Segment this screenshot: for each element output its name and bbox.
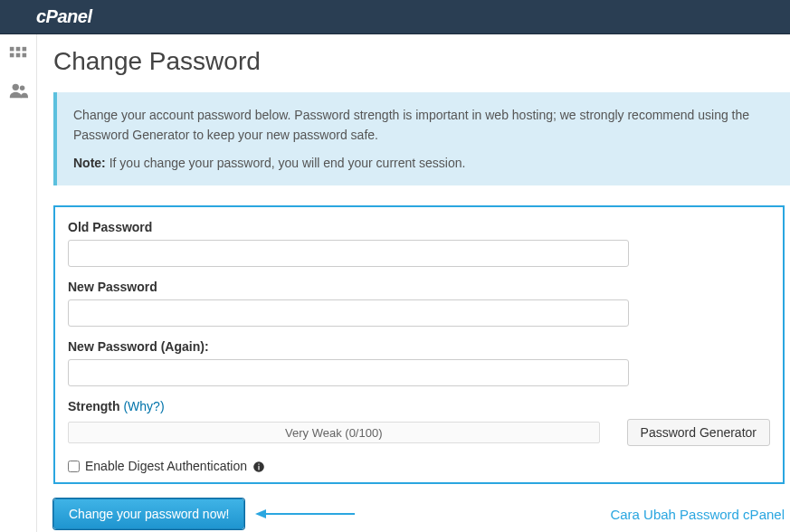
old-password-label: Old Password	[68, 220, 770, 234]
strength-meter: Very Weak (0/100)	[68, 422, 600, 443]
main-wrap: Change Password Change your account pass…	[0, 34, 790, 532]
note-text: If you change your password, you will en…	[109, 156, 466, 170]
svg-rect-10	[258, 464, 259, 465]
svg-point-6	[13, 84, 19, 90]
svg-rect-3	[10, 53, 14, 58]
svg-rect-2	[23, 47, 27, 52]
info-note: Note: If you change your password, you w…	[73, 153, 774, 173]
svg-marker-12	[255, 509, 266, 518]
new-password-again-block: New Password (Again):	[68, 339, 770, 386]
new-password-input[interactable]	[68, 299, 629, 327]
info-box: Change your account password below. Pass…	[53, 92, 790, 185]
brand-logo: cPanel	[36, 6, 91, 27]
caption-link[interactable]: Cara Ubah Password cPanel	[610, 507, 785, 522]
content: Change Password Change your account pass…	[36, 34, 790, 532]
svg-point-7	[20, 86, 25, 91]
digest-row: Enable Digest Authentication	[68, 459, 770, 473]
strength-block: Strength (Why?) Very Weak (0/100) Passwo…	[68, 399, 770, 446]
old-password-block: Old Password	[68, 220, 770, 267]
side-nav	[0, 34, 36, 532]
topbar: cPanel	[0, 0, 790, 34]
footer-row: Change your password now! Cara Ubah Pass…	[53, 499, 790, 529]
svg-rect-1	[16, 47, 21, 52]
password-generator-button[interactable]: Password Generator	[627, 419, 770, 446]
info-intro: Change your account password below. Pass…	[73, 105, 774, 146]
info-icon[interactable]	[252, 459, 265, 473]
svg-rect-9	[258, 466, 259, 470]
users-icon[interactable]	[0, 81, 36, 103]
digest-checkbox[interactable]	[68, 461, 80, 472]
submit-button[interactable]: Change your password now!	[53, 499, 244, 529]
arrow-annotation-icon	[255, 508, 355, 520]
svg-rect-4	[16, 53, 21, 58]
new-password-label: New Password	[68, 280, 770, 294]
new-password-again-label: New Password (Again):	[68, 339, 770, 354]
new-password-again-input[interactable]	[68, 359, 629, 386]
svg-rect-5	[23, 53, 27, 58]
strength-row: Very Weak (0/100) Password Generator	[68, 419, 770, 446]
svg-rect-0	[10, 47, 14, 52]
digest-label: Enable Digest Authentication	[85, 459, 247, 473]
strength-label-text: Strength	[68, 399, 120, 413]
form-highlight: Old Password New Password New Password (…	[53, 205, 785, 484]
page-title: Change Password	[53, 47, 790, 76]
strength-label: Strength (Why?)	[68, 399, 770, 413]
old-password-input[interactable]	[68, 240, 629, 267]
note-label: Note:	[73, 156, 106, 170]
strength-why-link[interactable]: (Why?)	[123, 399, 164, 413]
new-password-block: New Password	[68, 280, 770, 327]
apps-grid-icon[interactable]	[0, 45, 36, 68]
